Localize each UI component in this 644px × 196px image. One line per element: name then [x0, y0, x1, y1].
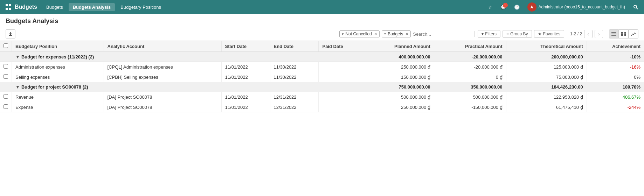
group-row[interactable]: ▼Budget for expenses (11/2022) (2) 400,0…	[0, 52, 644, 62]
group-planned-amount: 750,000,000.00	[364, 82, 434, 92]
cell-start-date: 11/01/2022	[221, 62, 270, 72]
row-checkbox-cell[interactable]	[0, 102, 12, 112]
filter-budgets-remove[interactable]: ✕	[405, 32, 408, 36]
row-checkbox[interactable]	[4, 74, 8, 79]
cell-end-date: 11/30/2022	[270, 62, 319, 72]
col-start-date[interactable]: Start Date	[221, 41, 270, 52]
col-budgetary-position[interactable]: Budgetary Position	[12, 41, 104, 52]
filter-not-cancelled-remove[interactable]: ✕	[374, 32, 377, 36]
cell-planned-amount: 150,000,000 ₫	[364, 72, 434, 82]
cell-practical-amount: -150,000,000 ₫	[434, 102, 506, 112]
table-header: Budgetary Position Analytic Account Star…	[0, 41, 644, 52]
filter-budgets-label: Budgets	[388, 31, 403, 36]
view-list-btn[interactable]	[609, 29, 619, 38]
cell-paid-date	[319, 92, 364, 102]
cell-theoretical-amount: 122,950,820 ₫	[506, 92, 587, 102]
cell-paid-date	[319, 72, 364, 82]
view-chart-btn[interactable]	[629, 29, 638, 38]
chat-icon-btn[interactable]: 💬 1	[499, 2, 508, 12]
search-input[interactable]	[413, 31, 472, 37]
filter-funnel-icon2: ▾	[482, 31, 484, 36]
cell-practical-amount: 0 ₫	[434, 72, 506, 82]
row-checkbox[interactable]	[4, 94, 8, 99]
filters-button[interactable]: ▾ Filters	[478, 30, 500, 38]
group-by-button[interactable]: ≡ Group By	[503, 30, 532, 38]
cell-theoretical-amount: 75,000,000 ₫	[506, 72, 587, 82]
cell-end-date: 12/31/2022	[270, 102, 319, 112]
group-caret-icon[interactable]: ▼	[15, 54, 20, 59]
cell-analytic-account: [CPBH] Selling expenses	[104, 72, 221, 82]
nav-budgets[interactable]: Budgets	[42, 3, 67, 11]
download-button[interactable]	[6, 29, 15, 38]
col-end-date[interactable]: End Date	[270, 41, 319, 52]
cell-start-date: 11/01/2022	[221, 92, 270, 102]
star-fav-icon: ★	[538, 31, 542, 36]
cell-paid-date	[319, 62, 364, 72]
svg-rect-2	[6, 8, 8, 10]
table-row: Selling expenses [CPBH] Selling expenses…	[0, 72, 644, 82]
col-planned-amount[interactable]: Planned Amount	[364, 41, 434, 52]
row-checkbox[interactable]	[4, 64, 8, 69]
col-theoretical-amount[interactable]: Theoretical Amount	[506, 41, 587, 52]
svg-point-4	[634, 5, 637, 8]
row-checkbox-cell[interactable]	[0, 72, 12, 82]
main-table: Budgetary Position Analytic Account Star…	[0, 41, 644, 112]
filter-chip-budgets[interactable]: ≡ Budgets ✕	[382, 30, 411, 37]
clock-icon-btn[interactable]: 🕐	[512, 2, 522, 12]
global-search-icon-btn[interactable]	[631, 2, 640, 12]
group-label[interactable]: ▼Budget for expenses (11/2022) (2)	[12, 52, 364, 62]
svg-rect-10	[624, 32, 626, 34]
group-checkbox-cell	[0, 52, 12, 62]
filter-separator2	[567, 31, 567, 37]
favorites-button[interactable]: ★ Favorites	[534, 30, 564, 38]
row-checkbox[interactable]	[4, 104, 8, 109]
app-grid-icon[interactable]	[4, 2, 13, 12]
group-planned-amount: 400,000,000.00	[364, 52, 434, 62]
nav-budgets-analysis[interactable]: Budgets Analysis	[69, 3, 115, 11]
topnav-right: ☆ 💬 1 🕐 A Administrator (odoo15_to_accou…	[485, 2, 641, 12]
group-achievement: 189.78%	[587, 82, 644, 92]
chat-badge: 1	[503, 3, 508, 8]
group-practical-amount: 350,000,000.00	[434, 82, 506, 92]
col-achievement[interactable]: Achievement	[587, 41, 644, 52]
nav-budgetary-positions[interactable]: Budgetary Positions	[116, 3, 165, 11]
cell-start-date: 11/01/2022	[221, 72, 270, 82]
pagination-prev[interactable]: ‹	[584, 30, 593, 38]
filter-bar: ▾ Not Cancelled ✕ ≡ Budgets ✕ ▾ Filters	[339, 29, 638, 38]
user-menu-btn[interactable]: A Administrator (odoo15_to_account_budge…	[525, 2, 628, 12]
cell-end-date: 12/31/2022	[270, 92, 319, 102]
app-title: Budgets	[15, 4, 37, 10]
group-label[interactable]: ▼Budget for project SO00078 (2)	[12, 82, 364, 92]
filter-chip-not-cancelled[interactable]: ▾ Not Cancelled ✕	[339, 30, 379, 37]
table-body: ▼Budget for expenses (11/2022) (2) 400,0…	[0, 52, 644, 112]
cell-paid-date	[319, 102, 364, 112]
view-kanban-btn[interactable]	[619, 29, 629, 38]
cell-budgetary-position: Expense	[12, 102, 104, 112]
group-caret-icon[interactable]: ▼	[15, 84, 20, 90]
pagination-info: 1-2 / 2	[570, 31, 582, 36]
toolbar: ▾ Not Cancelled ✕ ≡ Budgets ✕ ▾ Filters	[0, 27, 644, 41]
table-container: Budgetary Position Analytic Account Star…	[0, 41, 644, 112]
col-practical-amount[interactable]: Practical Amount	[434, 41, 506, 52]
toolbar-left	[6, 29, 15, 38]
cell-achievement: 0%	[587, 72, 644, 82]
cell-analytic-account: [DA] Project SO00078	[104, 92, 221, 102]
col-paid-date[interactable]: Paid Date	[319, 41, 364, 52]
col-analytic-account[interactable]: Analytic Account	[104, 41, 221, 52]
svg-rect-0	[6, 4, 8, 6]
row-checkbox-cell[interactable]	[0, 62, 12, 72]
cell-achievement: 406.67%	[587, 92, 644, 102]
cell-budgetary-position: Administration expenses	[12, 62, 104, 72]
row-checkbox-cell[interactable]	[0, 92, 12, 102]
select-all-checkbox[interactable]	[4, 43, 8, 48]
svg-rect-1	[9, 4, 11, 6]
pagination-next[interactable]: ›	[595, 30, 603, 38]
group-checkbox-cell	[0, 82, 12, 92]
cell-end-date: 11/30/2022	[270, 72, 319, 82]
svg-line-5	[637, 8, 638, 9]
cell-analytic-account: [CPQL] Administration expenses	[104, 62, 221, 72]
group-row[interactable]: ▼Budget for project SO00078 (2) 750,000,…	[0, 82, 644, 92]
cell-practical-amount: -20,000,000 ₫	[434, 62, 506, 72]
star-icon-btn[interactable]: ☆	[485, 2, 495, 12]
group-theoretical-amount: 200,000,000.00	[506, 52, 587, 62]
